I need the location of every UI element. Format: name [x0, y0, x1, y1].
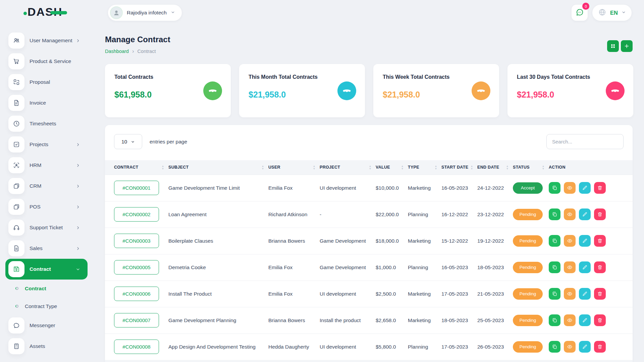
- sidebar-item-support-ticket[interactable]: Support Ticket: [0, 217, 88, 238]
- sidebar-item-hrm[interactable]: HRM: [0, 155, 88, 176]
- brand-logo[interactable]: DASH: [24, 5, 62, 18]
- edit-button[interactable]: [579, 288, 591, 300]
- sidebar-item-sales[interactable]: Sales: [0, 238, 88, 259]
- delete-button[interactable]: [594, 182, 606, 194]
- column-header-start-date[interactable]: START DATE▴▾: [441, 160, 477, 175]
- duplicate-button[interactable]: [549, 182, 560, 194]
- sidebar-item-proposal[interactable]: Proposal: [0, 72, 88, 93]
- cell-text: Marketing: [408, 185, 431, 191]
- cell-text: $10,000.0: [376, 185, 399, 191]
- column-header-value[interactable]: VALUE▴▾: [376, 160, 408, 175]
- delete-button[interactable]: [594, 341, 606, 353]
- messages-button[interactable]: 0: [572, 5, 588, 21]
- company-selector[interactable]: Rajodiya infotech: [108, 5, 182, 21]
- sidebar-item-messenger[interactable]: Messenger: [0, 315, 88, 336]
- contract-id-badge[interactable]: #CON00003: [114, 234, 159, 248]
- sort-arrows-icon[interactable]: ▴▾: [313, 165, 315, 170]
- search-input[interactable]: [546, 134, 624, 149]
- sort-arrows-icon[interactable]: ▴▾: [401, 165, 403, 170]
- duplicate-button[interactable]: [549, 208, 560, 220]
- column-header-label: SUBJECT: [168, 165, 189, 170]
- sort-arrows-icon[interactable]: ▴▾: [471, 165, 473, 170]
- sidebar-item-crm[interactable]: CRM: [0, 176, 88, 196]
- column-header-type[interactable]: TYPE▴▾: [408, 160, 441, 175]
- edit-button[interactable]: [579, 235, 591, 247]
- globe-icon: [598, 8, 606, 18]
- edit-button[interactable]: [579, 314, 591, 326]
- cell-text: Emilia Fox: [268, 264, 292, 270]
- column-header-label: START DATE: [441, 165, 468, 170]
- sidebar-subitem-contract[interactable]: Contract: [0, 280, 88, 297]
- sidebar-item-invoice[interactable]: Invoice: [0, 93, 88, 113]
- grid-view-button[interactable]: [607, 40, 619, 52]
- sidebar-item-pos[interactable]: POS: [0, 196, 88, 217]
- edit-button[interactable]: [579, 208, 591, 220]
- handshake-icon: [337, 81, 356, 100]
- contract-id-badge[interactable]: #CON00006: [114, 287, 159, 301]
- edit-button[interactable]: [579, 341, 591, 353]
- cell-value: $18,000.0: [376, 228, 408, 254]
- duplicate-button[interactable]: [549, 288, 560, 300]
- sort-arrows-icon[interactable]: ▴▾: [162, 165, 164, 170]
- edit-button[interactable]: [579, 261, 591, 273]
- sort-arrows-icon[interactable]: ▴▾: [369, 165, 371, 170]
- contract-id-badge[interactable]: #CON00007: [114, 313, 159, 327]
- delete-button[interactable]: [594, 314, 606, 326]
- column-header-user[interactable]: USER▴▾: [268, 160, 320, 175]
- sort-arrows-icon[interactable]: ▴▾: [506, 165, 508, 170]
- entries-per-page-select[interactable]: 10: [114, 134, 142, 149]
- sidebar-item-projects[interactable]: Projects: [0, 134, 88, 155]
- sidebar-item-timesheets[interactable]: Timesheets: [0, 113, 88, 134]
- delete-button[interactable]: [594, 235, 606, 247]
- contract-id-badge[interactable]: #CON00005: [114, 260, 159, 275]
- column-header-status[interactable]: STATUS▴▾: [513, 160, 549, 175]
- duplicate-button[interactable]: [549, 261, 560, 273]
- cell-text: 17-05-2023: [441, 344, 468, 350]
- sort-arrows-icon[interactable]: ▴▾: [262, 165, 264, 170]
- sidebar-item-user-management[interactable]: User Management: [0, 30, 88, 51]
- contract-id-badge[interactable]: #CON00001: [114, 181, 159, 195]
- trash-icon: [597, 291, 603, 297]
- column-header-project[interactable]: PROJECT▴▾: [320, 160, 376, 175]
- view-button[interactable]: [564, 182, 576, 194]
- duplicate-button[interactable]: [549, 341, 560, 353]
- column-header-end-date[interactable]: END DATE▴▾: [477, 160, 513, 175]
- duplicate-button[interactable]: [549, 314, 560, 326]
- cell-action: [549, 334, 633, 360]
- column-header-subject[interactable]: SUBJECT▴▾: [168, 160, 268, 175]
- header-actions: [607, 40, 633, 52]
- delete-button[interactable]: [594, 288, 606, 300]
- sort-arrows-icon[interactable]: ▴▾: [435, 165, 437, 170]
- cell-end-date: 21-05-2023: [477, 281, 513, 307]
- view-button[interactable]: [564, 314, 576, 326]
- sidebar-subitem-label: Contract Type: [25, 303, 57, 309]
- add-contract-button[interactable]: [621, 40, 633, 52]
- view-button[interactable]: [564, 341, 576, 353]
- chevron-right-icon: [76, 163, 80, 168]
- edit-button[interactable]: [579, 182, 591, 194]
- cell-contract: #CON00001: [105, 175, 168, 201]
- view-button[interactable]: [564, 288, 576, 300]
- view-button[interactable]: [564, 235, 576, 247]
- cell-start-date: 16-05-2023: [441, 175, 477, 201]
- cell-status: Pending: [513, 334, 549, 360]
- column-header-contract[interactable]: CONTRACT▴▾: [105, 160, 168, 175]
- sort-arrows-icon[interactable]: ▴▾: [542, 165, 544, 170]
- breadcrumb-dashboard-link[interactable]: Dashboard: [105, 49, 129, 54]
- sidebar-item-contract[interactable]: Contract: [5, 259, 88, 280]
- pencil-icon: [582, 238, 588, 244]
- contract-id-badge[interactable]: #CON00002: [114, 207, 159, 222]
- sidebar-subitem-contract-type[interactable]: Contract Type: [0, 297, 88, 315]
- cell-text: $18,000.0: [376, 238, 399, 244]
- bullet-circle-icon: [15, 305, 18, 308]
- delete-button[interactable]: [594, 261, 606, 273]
- language-selector[interactable]: EN: [592, 5, 632, 21]
- delete-button[interactable]: [594, 208, 606, 220]
- cell-text: 16-12-2022: [441, 212, 468, 217]
- view-button[interactable]: [564, 261, 576, 273]
- duplicate-button[interactable]: [549, 235, 560, 247]
- sidebar-item-product-service[interactable]: Product & Service: [0, 51, 88, 72]
- sidebar-item-assets[interactable]: Assets: [0, 336, 88, 357]
- view-button[interactable]: [564, 208, 576, 220]
- contract-id-badge[interactable]: #CON00008: [114, 340, 159, 354]
